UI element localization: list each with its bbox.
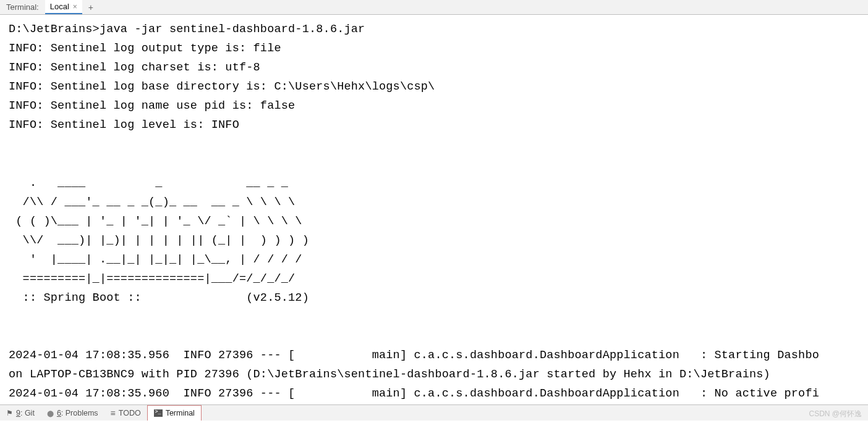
todo-label: TODO [119, 409, 141, 417]
toolwindow-problems[interactable]: 6: Problems [41, 405, 104, 421]
terminal-tab-label: Local [50, 2, 69, 11]
todo-icon [111, 408, 116, 418]
terminal-icon [154, 409, 163, 417]
git-label: : Git [20, 409, 35, 417]
toolwindow-todo[interactable]: TODO [104, 405, 147, 421]
terminal-tabs-prefix: Terminal: [0, 2, 45, 12]
problems-icon [47, 409, 54, 417]
problems-label: : Problems [61, 409, 98, 417]
problems-mnemonic: 6 [57, 409, 61, 417]
terminal-tabs-bar: Terminal: Local × + [0, 0, 868, 15]
terminal-output[interactable]: D:\JetBrains>java -jar sentinel-dashboar… [0, 15, 868, 403]
terminal-tab-local[interactable]: Local × [45, 0, 82, 14]
close-icon[interactable]: × [73, 2, 77, 11]
toolwindow-git[interactable]: 9: Git [0, 405, 41, 421]
tool-window-bar: 9: Git 6: Problems TODO Terminal [0, 404, 868, 421]
add-tab-icon[interactable]: + [82, 2, 100, 12]
toolwindow-terminal[interactable]: Terminal [147, 405, 202, 421]
git-icon [6, 409, 13, 417]
git-mnemonic: 9 [16, 409, 20, 417]
terminal-label: Terminal [166, 409, 195, 417]
